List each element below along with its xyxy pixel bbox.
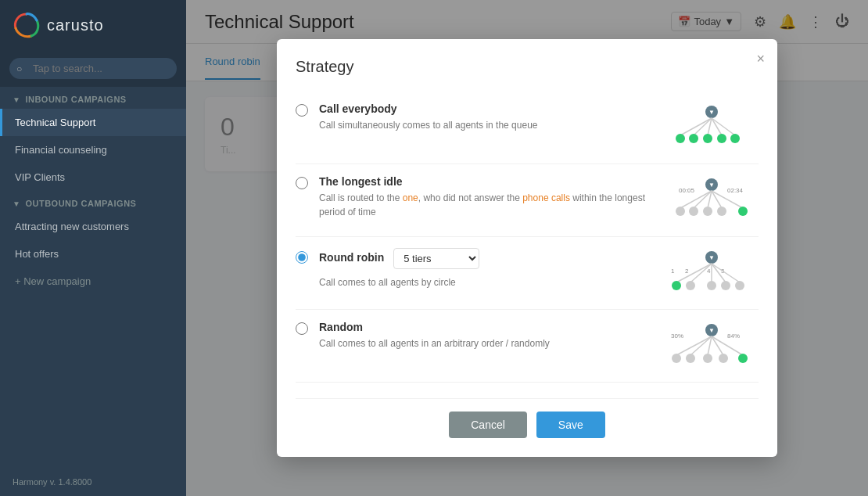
random-desc: Call comes to all agents in an arbitrary… [319, 336, 654, 350]
modal-overlay: Strategy × Call everybody Call simultane… [186, 0, 868, 496]
svg-point-41 [721, 281, 730, 290]
sidebar-search-container: ○ [0, 50, 186, 87]
svg-point-23 [689, 207, 698, 216]
svg-text:▼: ▼ [708, 254, 715, 261]
save-button[interactable]: Save [536, 412, 605, 438]
modal-close-button[interactable]: × [756, 52, 765, 66]
inbound-campaigns-header[interactable]: ▼ INBOUND CAMPAIGNS [0, 87, 186, 109]
call-everybody-diagram: ▼ [665, 102, 759, 153]
modal-title: Strategy [296, 58, 759, 76]
svg-text:00:05: 00:05 [679, 187, 695, 194]
strategy-option-longest-idle[interactable]: The longest idle Call is routed to the o… [296, 164, 759, 237]
svg-text:▼: ▼ [708, 327, 715, 334]
round-robin-diagram: 1 2 4 5 ▼ [665, 248, 759, 298]
search-input[interactable] [9, 58, 177, 79]
svg-point-42 [735, 281, 744, 290]
round-robin-middle: Round robin 5 tiers 4 tiers 3 tiers 2 ti… [319, 248, 654, 289]
svg-line-37 [712, 264, 740, 282]
sidebar-item-label: Attracting new customers [15, 221, 129, 232]
svg-point-53 [686, 354, 695, 363]
svg-text:02:34: 02:34 [727, 187, 744, 194]
tiers-select[interactable]: 5 tiers 4 tiers 3 tiers 2 tiers 1 tier [393, 248, 479, 269]
random-name: Random [319, 321, 654, 333]
svg-point-26 [738, 207, 748, 216]
svg-line-6 [712, 118, 722, 135]
sidebar-item-label: VIP Clients [15, 171, 65, 183]
sidebar-item-financial-counseling[interactable]: Financial counseling [0, 136, 186, 164]
sidebar-item-hot-offers[interactable]: Hot offers [0, 240, 186, 268]
outbound-campaigns-header[interactable]: ▼ OUTBOUND CAMPAIGNS [0, 191, 186, 213]
longest-idle-desc: Call is routed to the one, who did not a… [319, 191, 654, 219]
svg-point-12 [730, 134, 740, 143]
call-everybody-info: Call everybody Call simultaneously comes… [319, 102, 654, 132]
outbound-arrow-icon: ▼ [13, 199, 20, 208]
svg-line-7 [712, 118, 735, 135]
svg-text:2: 2 [685, 268, 689, 275]
sidebar-item-label: Technical Support [15, 117, 95, 128]
search-icon: ○ [16, 63, 22, 74]
sidebar-item-new-campaign[interactable]: + New campaign [0, 268, 186, 295]
svg-text:1: 1 [671, 268, 675, 275]
sidebar-item-attracting[interactable]: Attracting new customers [0, 213, 186, 240]
inbound-arrow-icon: ▼ [13, 95, 20, 104]
svg-point-52 [672, 354, 681, 363]
round-robin-desc: Call comes to all agents by circle [319, 275, 654, 289]
strategy-modal: Strategy × Call everybody Call simultane… [277, 39, 777, 457]
svg-line-50 [712, 336, 723, 355]
round-robin-radio[interactable] [296, 251, 308, 264]
longest-idle-info: The longest idle Call is routed to the o… [319, 175, 654, 219]
outbound-campaigns-label: OUTBOUND CAMPAIGNS [25, 199, 136, 208]
svg-text:▼: ▼ [708, 182, 715, 189]
new-campaign-label: + New campaign [15, 275, 91, 287]
logo-icon [13, 11, 41, 39]
random-info: Random Call comes to all agents in an ar… [319, 321, 654, 350]
cancel-button[interactable]: Cancel [449, 412, 527, 438]
sidebar: carusto ○ ▼ INBOUND CAMPAIGNS Technical … [0, 0, 186, 496]
svg-point-10 [703, 134, 712, 143]
svg-point-25 [717, 207, 726, 216]
longest-idle-diagram: 00:05 02:34 ▼ [665, 175, 759, 225]
sidebar-item-technical-support[interactable]: Technical Support [0, 109, 186, 136]
app-version: Harmony v. 1.4.8000 [13, 477, 91, 487]
strategy-option-call-everybody[interactable]: Call everybody Call simultaneously comes… [296, 92, 759, 164]
svg-point-11 [717, 134, 726, 143]
app-logo-text: carusto [47, 16, 104, 34]
sidebar-item-label: Financial counseling [15, 144, 107, 156]
longest-idle-radio[interactable] [296, 177, 308, 189]
sidebar-item-vip-clients[interactable]: VIP Clients [0, 164, 186, 191]
svg-text:▼: ▼ [708, 109, 715, 116]
sidebar-logo: carusto [0, 0, 186, 50]
random-diagram: 30% 84% ▼ [665, 321, 759, 371]
svg-point-24 [703, 207, 712, 216]
highlight-phone: phone calls [522, 192, 570, 203]
highlight-one: one [403, 192, 418, 203]
round-robin-top: Round robin 5 tiers 4 tiers 3 tiers 2 ti… [319, 248, 654, 269]
svg-point-22 [676, 207, 685, 216]
call-everybody-desc: Call simultaneously comes to all agents … [319, 118, 654, 132]
modal-footer: Cancel Save [296, 398, 759, 438]
main-content: Technical Support 📅 Today ▼ ⚙ 🔔 ⋮ ⏻ Roun… [186, 0, 868, 496]
call-everybody-name: Call everybody [319, 102, 654, 115]
random-radio[interactable] [296, 322, 308, 335]
svg-point-54 [703, 354, 712, 363]
svg-point-40 [707, 281, 716, 290]
svg-text:84%: 84% [727, 332, 740, 340]
svg-text:30%: 30% [671, 332, 683, 340]
svg-point-55 [719, 354, 728, 363]
longest-idle-name: The longest idle [319, 175, 654, 188]
sidebar-footer: Harmony v. 1.4.8000 [0, 468, 186, 496]
svg-point-39 [686, 281, 695, 290]
search-wrap: ○ [9, 58, 177, 79]
svg-point-56 [738, 354, 748, 363]
svg-point-9 [689, 134, 698, 143]
svg-text:4: 4 [707, 268, 711, 275]
round-robin-name: Round robin [319, 251, 384, 264]
inbound-campaigns-label: INBOUND CAMPAIGNS [25, 95, 126, 104]
call-everybody-radio[interactable] [296, 104, 308, 117]
strategy-option-random[interactable]: Random Call comes to all agents in an ar… [296, 310, 759, 383]
strategy-option-round-robin[interactable]: Round robin 5 tiers 4 tiers 3 tiers 2 ti… [296, 237, 759, 310]
svg-point-38 [672, 281, 681, 290]
sidebar-item-label: Hot offers [15, 248, 59, 260]
svg-point-8 [676, 134, 685, 143]
